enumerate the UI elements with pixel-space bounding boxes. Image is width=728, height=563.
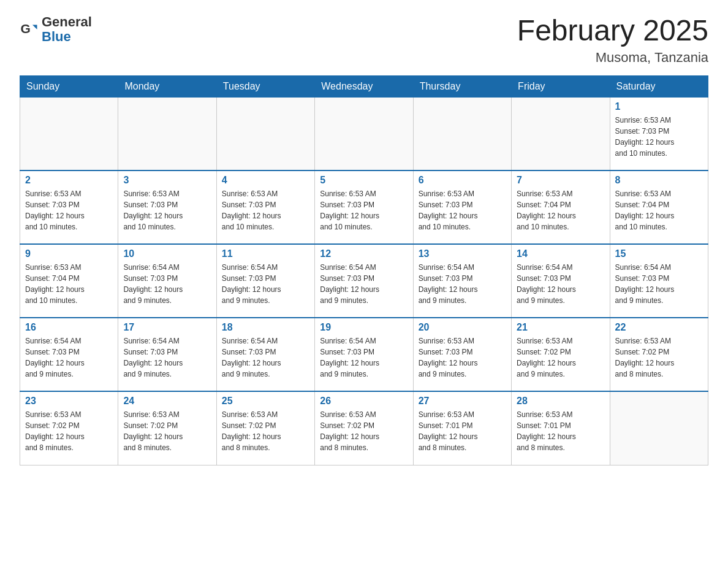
day-info: Sunrise: 6:53 AMSunset: 7:04 PMDaylight:… — [517, 188, 604, 232]
day-number: 11 — [222, 248, 309, 259]
calendar-cell: 8Sunrise: 6:53 AMSunset: 7:04 PMDaylight… — [610, 170, 708, 244]
week-row-4: 16Sunrise: 6:54 AMSunset: 7:03 PMDayligh… — [20, 318, 708, 391]
logo: G General Blue — [20, 15, 92, 44]
day-info: Sunrise: 6:54 AMSunset: 7:03 PMDaylight:… — [222, 335, 309, 380]
day-header-monday: Monday — [118, 75, 216, 97]
day-number: 7 — [517, 175, 604, 186]
day-number: 27 — [419, 396, 506, 407]
calendar-cell: 24Sunrise: 6:53 AMSunset: 7:02 PMDayligh… — [118, 391, 216, 465]
day-info: Sunrise: 6:53 AMSunset: 7:02 PMDaylight:… — [123, 409, 211, 453]
day-info: Sunrise: 6:53 AMSunset: 7:03 PMDaylight:… — [419, 335, 506, 380]
day-number: 6 — [419, 175, 506, 186]
week-row-2: 2Sunrise: 6:53 AMSunset: 7:03 PMDaylight… — [20, 170, 708, 244]
title-area: February 2025 Musoma, Tanzania — [517, 15, 708, 66]
calendar-cell — [413, 97, 511, 170]
day-info: Sunrise: 6:53 AMSunset: 7:02 PMDaylight:… — [25, 409, 113, 453]
calendar-cell: 21Sunrise: 6:53 AMSunset: 7:02 PMDayligh… — [512, 318, 610, 391]
calendar-cell — [216, 97, 314, 170]
day-info: Sunrise: 6:54 AMSunset: 7:03 PMDaylight:… — [320, 262, 408, 306]
calendar-cell: 7Sunrise: 6:53 AMSunset: 7:04 PMDaylight… — [512, 170, 610, 244]
day-number: 4 — [222, 175, 309, 186]
logo-text: General Blue — [42, 15, 92, 44]
day-header-wednesday: Wednesday — [315, 75, 413, 97]
day-number: 3 — [123, 175, 211, 186]
day-number: 2 — [25, 175, 113, 186]
day-info: Sunrise: 6:53 AMSunset: 7:04 PMDaylight:… — [25, 262, 113, 306]
calendar-cell: 2Sunrise: 6:53 AMSunset: 7:03 PMDaylight… — [20, 170, 118, 244]
page-header: G General Blue February 2025 Musoma, Tan… — [20, 15, 708, 66]
day-number: 28 — [517, 396, 604, 407]
day-info: Sunrise: 6:54 AMSunset: 7:03 PMDaylight:… — [25, 335, 113, 380]
day-number: 23 — [25, 396, 113, 407]
day-number: 19 — [320, 322, 408, 333]
calendar-cell: 20Sunrise: 6:53 AMSunset: 7:03 PMDayligh… — [413, 318, 511, 391]
calendar-cell: 15Sunrise: 6:54 AMSunset: 7:03 PMDayligh… — [610, 244, 708, 318]
calendar-cell: 22Sunrise: 6:53 AMSunset: 7:02 PMDayligh… — [610, 318, 708, 391]
logo-general: General — [42, 15, 92, 29]
week-row-5: 23Sunrise: 6:53 AMSunset: 7:02 PMDayligh… — [20, 391, 708, 465]
day-number: 17 — [123, 322, 211, 333]
calendar-cell — [20, 97, 118, 170]
week-row-3: 9Sunrise: 6:53 AMSunset: 7:04 PMDaylight… — [20, 244, 708, 318]
calendar-cell: 1Sunrise: 6:53 AMSunset: 7:03 PMDaylight… — [610, 97, 708, 170]
day-info: Sunrise: 6:53 AMSunset: 7:03 PMDaylight:… — [419, 188, 506, 232]
day-number: 16 — [25, 322, 113, 333]
calendar-cell: 26Sunrise: 6:53 AMSunset: 7:02 PMDayligh… — [315, 391, 413, 465]
day-info: Sunrise: 6:54 AMSunset: 7:03 PMDaylight:… — [320, 335, 408, 380]
calendar-cell: 19Sunrise: 6:54 AMSunset: 7:03 PMDayligh… — [315, 318, 413, 391]
calendar-cell: 10Sunrise: 6:54 AMSunset: 7:03 PMDayligh… — [118, 244, 216, 318]
day-info: Sunrise: 6:54 AMSunset: 7:03 PMDaylight:… — [517, 262, 604, 306]
day-header-friday: Friday — [512, 75, 610, 97]
day-info: Sunrise: 6:54 AMSunset: 7:03 PMDaylight:… — [123, 335, 211, 380]
day-info: Sunrise: 6:53 AMSunset: 7:02 PMDaylight:… — [517, 335, 604, 380]
day-info: Sunrise: 6:54 AMSunset: 7:03 PMDaylight:… — [222, 262, 309, 306]
day-info: Sunrise: 6:53 AMSunset: 7:03 PMDaylight:… — [320, 188, 408, 232]
day-info: Sunrise: 6:53 AMSunset: 7:03 PMDaylight:… — [25, 188, 113, 232]
calendar-cell: 25Sunrise: 6:53 AMSunset: 7:02 PMDayligh… — [216, 391, 314, 465]
day-number: 14 — [517, 248, 604, 259]
day-header-thursday: Thursday — [413, 75, 511, 97]
calendar-cell: 17Sunrise: 6:54 AMSunset: 7:03 PMDayligh… — [118, 318, 216, 391]
day-header-tuesday: Tuesday — [216, 75, 314, 97]
day-number: 25 — [222, 396, 309, 407]
calendar-cell: 23Sunrise: 6:53 AMSunset: 7:02 PMDayligh… — [20, 391, 118, 465]
day-info: Sunrise: 6:53 AMSunset: 7:02 PMDaylight:… — [320, 409, 408, 453]
calendar-cell: 4Sunrise: 6:53 AMSunset: 7:03 PMDaylight… — [216, 170, 314, 244]
calendar-cell — [315, 97, 413, 170]
day-number: 24 — [123, 396, 211, 407]
day-number: 18 — [222, 322, 309, 333]
day-number: 21 — [517, 322, 604, 333]
day-number: 8 — [615, 175, 703, 186]
day-info: Sunrise: 6:53 AMSunset: 7:02 PMDaylight:… — [615, 335, 703, 380]
calendar-cell — [512, 97, 610, 170]
calendar-cell: 6Sunrise: 6:53 AMSunset: 7:03 PMDaylight… — [413, 170, 511, 244]
calendar-cell — [610, 391, 708, 465]
day-number: 5 — [320, 175, 408, 186]
svg-marker-1 — [32, 25, 37, 30]
calendar-cell: 14Sunrise: 6:54 AMSunset: 7:03 PMDayligh… — [512, 244, 610, 318]
day-info: Sunrise: 6:53 AMSunset: 7:03 PMDaylight:… — [615, 115, 703, 159]
logo-icon: G — [20, 20, 38, 39]
day-number: 20 — [419, 322, 506, 333]
calendar-cell: 28Sunrise: 6:53 AMSunset: 7:01 PMDayligh… — [512, 391, 610, 465]
calendar-cell: 11Sunrise: 6:54 AMSunset: 7:03 PMDayligh… — [216, 244, 314, 318]
svg-text:G: G — [21, 21, 31, 36]
calendar-table: SundayMondayTuesdayWednesdayThursdayFrid… — [20, 75, 708, 465]
calendar-cell: 18Sunrise: 6:54 AMSunset: 7:03 PMDayligh… — [216, 318, 314, 391]
logo-blue: Blue — [42, 29, 92, 44]
day-info: Sunrise: 6:53 AMSunset: 7:01 PMDaylight:… — [419, 409, 506, 453]
day-info: Sunrise: 6:53 AMSunset: 7:04 PMDaylight:… — [615, 188, 703, 232]
day-info: Sunrise: 6:53 AMSunset: 7:03 PMDaylight:… — [123, 188, 211, 232]
calendar-cell: 27Sunrise: 6:53 AMSunset: 7:01 PMDayligh… — [413, 391, 511, 465]
day-info: Sunrise: 6:53 AMSunset: 7:03 PMDaylight:… — [222, 188, 309, 232]
day-header-saturday: Saturday — [610, 75, 708, 97]
week-row-1: 1Sunrise: 6:53 AMSunset: 7:03 PMDaylight… — [20, 97, 708, 170]
header-row: SundayMondayTuesdayWednesdayThursdayFrid… — [20, 75, 708, 97]
day-info: Sunrise: 6:54 AMSunset: 7:03 PMDaylight:… — [123, 262, 211, 306]
day-number: 15 — [615, 248, 703, 259]
day-info: Sunrise: 6:54 AMSunset: 7:03 PMDaylight:… — [419, 262, 506, 306]
day-info: Sunrise: 6:53 AMSunset: 7:02 PMDaylight:… — [222, 409, 309, 453]
calendar-cell: 16Sunrise: 6:54 AMSunset: 7:03 PMDayligh… — [20, 318, 118, 391]
day-info: Sunrise: 6:53 AMSunset: 7:01 PMDaylight:… — [517, 409, 604, 453]
day-header-sunday: Sunday — [20, 75, 118, 97]
